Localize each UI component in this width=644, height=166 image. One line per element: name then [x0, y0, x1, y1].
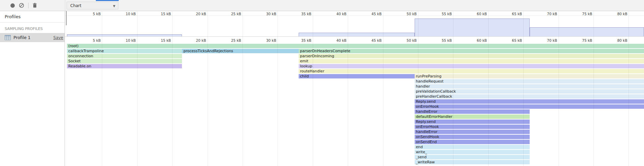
axis-tick-label: 20 kB: [182, 38, 206, 42]
flame-frame[interactable]: _send: [415, 155, 530, 159]
flame-frame[interactable]: emit: [299, 59, 644, 63]
axis-tick-label: 30 kB: [252, 38, 276, 42]
block-icon: [19, 3, 24, 8]
flame-frame[interactable]: end: [415, 145, 530, 149]
axis-tick-label: 65 kB: [498, 12, 522, 16]
flame-frame[interactable]: child: [299, 74, 415, 78]
flame-frame[interactable]: defaultErrorHandler: [415, 114, 530, 119]
axis-tick-label: 55 kB: [427, 38, 452, 42]
axis-tick-label: 75 kB: [568, 38, 592, 42]
save-profile-link[interactable]: Save: [53, 35, 63, 40]
axis-tick-label: 20 kB: [182, 12, 206, 16]
flame-frame[interactable]: preValidationCallback: [415, 89, 644, 94]
axis-tick-label: 65 kB: [498, 38, 522, 42]
record-icon: [10, 3, 15, 8]
overview-drag-handle[interactable]: [66, 11, 67, 25]
flame-frame[interactable]: onErrorHook: [415, 104, 644, 109]
flame-frame[interactable]: onSendHook: [415, 135, 530, 139]
axis-tick-label: 25 kB: [217, 38, 241, 42]
axis-tick-label: 70 kB: [533, 38, 557, 42]
toolbar-panel-divider: [65, 0, 65, 11]
axis-tick-label: 40 kB: [322, 12, 346, 16]
axis-tick-label: 60 kB: [463, 38, 487, 42]
flame-frame[interactable]: Readable.on: [67, 64, 182, 68]
axis-tick-label: 25 kB: [217, 12, 241, 16]
flame-frame[interactable]: parserOnIncoming: [299, 54, 644, 58]
flame-frame[interactable]: write_: [415, 150, 530, 154]
flame-frame[interactable]: lookup: [299, 64, 644, 68]
axis-tick-label: 35 kB: [287, 38, 311, 42]
profile-grid-icon: [5, 35, 11, 40]
devtools-memory-profiler-window: Chart ▼ Profiles SAMPLING PROFILES Profi…: [0, 0, 644, 166]
allocation-chart-pane: 5 kB10 kB15 kB20 kB25 kB30 kB35 kB40 kB4…: [65, 11, 644, 166]
axis-tick-label: 50 kB: [392, 12, 417, 16]
flame-chart: (root)callbackTrampolineprocessTicksAndR…: [65, 44, 644, 166]
flame-frame[interactable]: handleError: [415, 130, 530, 134]
axis-tick-label: 50 kB: [392, 38, 417, 42]
axis-tick-label: 35 kB: [287, 12, 311, 16]
axis-tick-label: 55 kB: [427, 12, 452, 16]
axis-tick-label: 40 kB: [322, 38, 346, 42]
axis-tick-label: 30 kB: [252, 12, 276, 16]
flame-frame[interactable]: parserOnHeadersComplete: [299, 49, 644, 53]
axis-tick-label: 10 kB: [112, 12, 136, 16]
flame-frame[interactable]: runPreParsing: [415, 74, 644, 78]
sidebar-title: Profiles: [0, 11, 65, 23]
flame-frame[interactable]: handleRequest: [415, 79, 644, 84]
flame-frame[interactable]: Socket: [67, 59, 182, 63]
view-mode-value: Chart: [70, 3, 81, 8]
view-mode-select[interactable]: Chart ▼: [67, 2, 118, 9]
axis-tick-label: 15 kB: [147, 12, 171, 16]
overview-memory-step[interactable]: [299, 33, 415, 36]
overview-memory-step[interactable]: [530, 27, 644, 36]
axis-tick-label: 45 kB: [357, 38, 382, 42]
axis-tick-label: 10 kB: [112, 38, 136, 42]
flame-frame[interactable]: handleError: [415, 109, 530, 114]
clear-profiles-button[interactable]: [17, 0, 26, 11]
axis-tick-label: 80 kB: [603, 12, 627, 16]
profiles-sidebar: Profiles SAMPLING PROFILES Profile 1 Sav…: [0, 11, 65, 166]
flame-frame[interactable]: _writeRaw: [415, 160, 530, 164]
trash-icon: [32, 3, 37, 8]
axis-tick-label: 75 kB: [568, 12, 592, 16]
flame-frame[interactable]: onErrorHook: [415, 125, 530, 129]
axis-tick-label: 80 kB: [603, 38, 627, 42]
profile-name: Profile 1: [13, 35, 31, 40]
delete-profile-button[interactable]: [30, 0, 39, 11]
axis-tick-label: 70 kB: [533, 12, 557, 16]
axis-tick-label: 15 kB: [147, 38, 171, 42]
overview-memory-step[interactable]: [415, 19, 530, 36]
active-tab-indicator: [96, 0, 119, 1]
profiler-toolbar: Chart ▼: [0, 0, 644, 11]
sidebar-item-profile-1[interactable]: Profile 1 Save: [0, 33, 65, 42]
flame-frame[interactable]: Reply.send: [415, 99, 644, 104]
axis-tick-label: 5 kB: [76, 12, 101, 16]
flame-frame[interactable]: onconnection: [67, 54, 182, 58]
record-button[interactable]: [8, 0, 17, 11]
axis-tick-label: 45 kB: [357, 12, 382, 16]
flame-frame[interactable]: Reply.send: [415, 120, 530, 124]
flame-frame[interactable]: handler: [415, 84, 644, 89]
toolbar-separator: [28, 3, 29, 8]
chevron-down-icon: ▼: [113, 4, 115, 8]
flame-frame[interactable]: (root): [67, 44, 644, 48]
sampling-profiles-section-label: SAMPLING PROFILES: [0, 23, 65, 33]
flame-frame[interactable]: onSendEnd: [415, 140, 530, 144]
axis-tick-label: 5 kB: [76, 38, 101, 42]
flame-frame[interactable]: preHandlerCallback: [415, 94, 644, 99]
flame-frame[interactable]: routeHandler: [299, 69, 644, 73]
flame-frame[interactable]: callbackTrampoline: [67, 49, 182, 53]
axis-tick-label: 60 kB: [463, 12, 487, 16]
overview-memory-step[interactable]: [67, 34, 182, 36]
flame-frame[interactable]: processTicksAndRejections: [182, 49, 299, 53]
